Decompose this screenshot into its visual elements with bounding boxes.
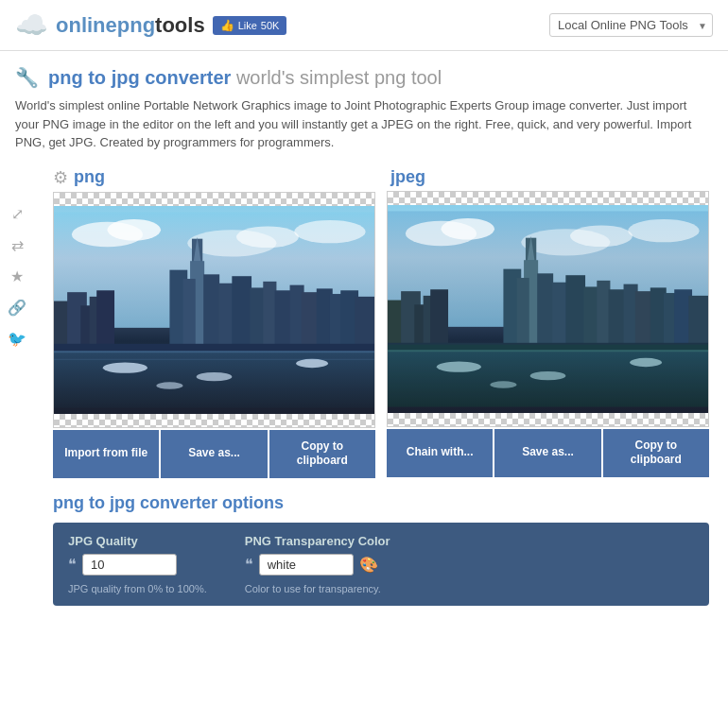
wrench-icon: 🔧 xyxy=(15,66,39,89)
twitter-icon[interactable]: 🐦 xyxy=(8,330,26,348)
svg-rect-32 xyxy=(355,296,374,350)
png-checker-top xyxy=(54,193,374,206)
jpeg-checker-bottom xyxy=(388,413,708,426)
png-checker-bottom xyxy=(54,414,374,427)
link-icon[interactable]: 🔗 xyxy=(8,299,26,317)
main-content: ⤢ ⇄ ★ 🔗 🐦 ⚙ png xyxy=(0,167,728,606)
title-sub: world's simplest png tool xyxy=(236,67,442,88)
png-panel-header: ⚙ png xyxy=(53,167,375,188)
star-icon[interactable]: ★ xyxy=(10,267,24,285)
tools-dropdown-area[interactable]: Local Online PNG Tools ▼ xyxy=(549,13,713,37)
options-box: JPG Quality ❝ JPG quality from 0% to 100… xyxy=(53,523,709,606)
svg-point-4 xyxy=(236,226,299,248)
svg-point-38 xyxy=(442,217,495,239)
svg-rect-51 xyxy=(430,289,448,349)
png-image-container xyxy=(53,192,375,428)
svg-rect-25 xyxy=(263,281,276,350)
options-title: png to jpg converter options xyxy=(53,493,709,513)
svg-rect-22 xyxy=(218,283,233,350)
save-as-right-button[interactable]: Save as... xyxy=(494,429,600,477)
svg-point-41 xyxy=(628,218,699,241)
jpeg-btn-row: Chain with... Save as... Copy to clipboa… xyxy=(387,429,709,477)
page-title-area: 🔧 png to jpg converter world's simplest … xyxy=(0,51,728,96)
copy-to-clipboard-left-button[interactable]: Copy to clipboard xyxy=(269,430,375,478)
logo-icon: ☁️ xyxy=(15,9,48,41)
svg-rect-58 xyxy=(552,282,566,349)
png-image xyxy=(54,206,374,414)
svg-point-2 xyxy=(108,218,162,240)
svg-rect-33 xyxy=(54,343,374,351)
chain-with-button[interactable]: Chain with... xyxy=(387,429,493,477)
options-section: png to jpg converter options JPG Quality… xyxy=(53,493,709,606)
page-description: World's simplest online Portable Network… xyxy=(0,96,728,167)
svg-rect-34 xyxy=(54,351,374,352)
svg-point-10 xyxy=(156,382,182,389)
svg-rect-59 xyxy=(565,275,585,349)
png-panel: ⚙ png xyxy=(53,167,375,478)
import-from-file-button[interactable]: Import from file xyxy=(53,430,159,478)
jpeg-panel-header: jpeg xyxy=(387,167,709,187)
transparency-input[interactable] xyxy=(259,554,354,576)
svg-rect-23 xyxy=(232,276,251,350)
panels: ⚙ png xyxy=(38,167,724,478)
jpeg-checker-top xyxy=(388,192,708,205)
logo-text: onlinepngtools xyxy=(56,13,205,38)
logo-png: png xyxy=(117,13,155,37)
title-main: png to jpg converter xyxy=(48,67,231,88)
tools-dropdown[interactable]: Local Online PNG Tools xyxy=(549,13,713,37)
svg-point-40 xyxy=(570,225,633,247)
transparency-hint: Color to use for transparency. xyxy=(245,583,390,594)
jpeg-image-container xyxy=(387,191,709,427)
jpeg-image xyxy=(388,205,708,413)
copy-to-clipboard-right-button[interactable]: Copy to clipboard xyxy=(603,429,709,477)
png-gear-icon[interactable]: ⚙ xyxy=(53,167,68,188)
svg-rect-61 xyxy=(597,280,610,349)
svg-point-5 xyxy=(294,219,365,242)
jpg-quality-hint: JPG quality from 0% to 100%. xyxy=(68,583,207,594)
jpg-quality-input-row: ❝ xyxy=(68,554,207,576)
options-row: JPG Quality ❝ JPG quality from 0% to 100… xyxy=(68,534,694,594)
png-btn-row: Import from file Save as... Copy to clip… xyxy=(53,430,375,478)
header: ☁️ onlinepngtools 👍 Like 50K Local Onlin… xyxy=(0,0,728,51)
svg-rect-56 xyxy=(517,278,529,349)
svg-rect-35 xyxy=(54,358,374,359)
svg-rect-68 xyxy=(688,295,708,349)
png-city-svg xyxy=(54,206,374,414)
svg-rect-57 xyxy=(537,273,553,349)
svg-point-8 xyxy=(197,371,233,380)
quote-icon-transparency: ❝ xyxy=(245,556,253,574)
fullscreen-icon[interactable]: ⤢ xyxy=(11,205,24,223)
logo-online: online xyxy=(56,13,117,37)
fb-label: Like xyxy=(238,20,257,31)
jpg-quality-group: JPG Quality ❝ JPG quality from 0% to 100… xyxy=(68,534,207,594)
thumbs-up-icon: 👍 xyxy=(220,19,234,32)
left-icons: ⤢ ⇄ ★ 🔗 🐦 xyxy=(0,167,28,348)
jpeg-city-svg xyxy=(388,205,708,413)
svg-point-9 xyxy=(296,358,328,367)
jpeg-panel-label: jpeg xyxy=(390,167,425,187)
transparency-label: PNG Transparency Color xyxy=(245,534,390,548)
jpeg-panel: jpeg xyxy=(387,167,709,478)
fb-count: 50K xyxy=(261,20,280,31)
png-panel-label: png xyxy=(74,167,105,187)
jpg-quality-input[interactable] xyxy=(82,554,177,576)
jpg-quality-label: JPG Quality xyxy=(68,534,207,548)
svg-rect-71 xyxy=(388,344,708,406)
page-title: png to jpg converter world's simplest pn… xyxy=(48,67,442,89)
left-sidebar: ⤢ ⇄ ★ 🔗 🐦 xyxy=(0,167,34,606)
svg-rect-15 xyxy=(96,290,114,350)
swap-icon[interactable]: ⇄ xyxy=(11,236,24,254)
save-as-left-button[interactable]: Save as... xyxy=(161,430,267,478)
svg-point-7 xyxy=(103,362,147,372)
svg-rect-20 xyxy=(183,279,196,350)
fb-like-button[interactable]: 👍 Like 50K xyxy=(213,16,287,35)
palette-icon[interactable]: 🎨 xyxy=(359,556,378,574)
logo-tools: tools xyxy=(155,13,205,37)
transparency-group: PNG Transparency Color ❝ 🎨 Color to use … xyxy=(245,534,390,594)
transparency-input-row: ❝ 🎨 xyxy=(245,554,390,576)
svg-rect-21 xyxy=(203,274,219,350)
quote-icon-quality: ❝ xyxy=(68,556,77,574)
